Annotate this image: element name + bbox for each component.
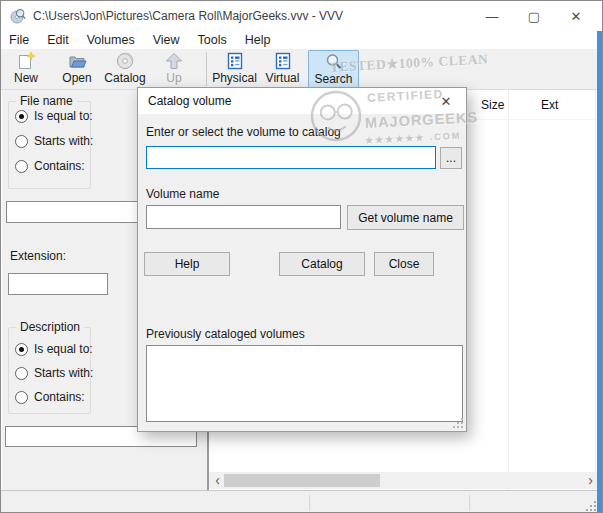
column-header-ext[interactable]: Ext — [541, 98, 558, 112]
dialog-close-action-button[interactable]: Close — [374, 252, 434, 276]
volume-input[interactable] — [146, 146, 436, 169]
virtual-view-icon — [273, 50, 293, 71]
menu-help[interactable]: Help — [236, 33, 280, 47]
filename-radio-equal[interactable]: Is equal to: — [15, 109, 93, 123]
volume-prompt-label: Enter or select the volume to catalog — [146, 125, 341, 139]
up-button[interactable]: Up — [151, 50, 197, 88]
statusbar — [1, 490, 602, 513]
column-header-size[interactable]: Size — [481, 98, 504, 112]
extension-label: Extension: — [10, 249, 66, 263]
filename-radio-starts[interactable]: Starts with: — [15, 134, 93, 148]
app-icon — [10, 8, 26, 24]
get-volume-name-button[interactable]: Get volume name — [347, 205, 464, 230]
open-button-label: Open — [62, 71, 91, 85]
status-separator — [469, 495, 470, 511]
close-button[interactable]: ✕ — [555, 1, 597, 31]
new-document-icon — [16, 50, 36, 71]
radio-icon — [15, 160, 28, 173]
toolbar: New Open Catalog — [1, 49, 602, 90]
minimize-button[interactable]: — — [471, 1, 513, 31]
window-resize-grip[interactable] — [584, 499, 596, 511]
menubar: File Edit Volumes View Tools Help — [1, 31, 602, 49]
description-group-title: Description — [16, 321, 84, 334]
volume-name-label: Volume name — [146, 187, 219, 201]
column-divider[interactable] — [508, 90, 509, 490]
physical-view-icon — [225, 50, 245, 71]
open-button[interactable]: Open — [54, 50, 100, 88]
radio-icon — [15, 367, 28, 380]
menu-view[interactable]: View — [144, 33, 189, 47]
file-name-group-title: File name — [16, 95, 77, 108]
up-arrow-icon — [164, 50, 184, 71]
browse-button[interactable]: ... — [440, 147, 462, 169]
radio-selected-icon — [15, 343, 28, 356]
catalog-button[interactable]: Catalog — [100, 50, 150, 88]
disc-icon — [115, 50, 135, 71]
menu-file[interactable]: File — [9, 33, 38, 47]
extension-input[interactable] — [8, 273, 108, 295]
horizontal-scrollbar[interactable]: ‹ › — [209, 472, 599, 489]
catalog-volume-dialog: Catalog volume ✕ Enter or select the vol… — [137, 87, 467, 432]
menu-volumes[interactable]: Volumes — [78, 33, 144, 47]
menu-edit[interactable]: Edit — [38, 33, 78, 47]
titlebar: C:\Users\Jon\Pictures\Camera Roll\MajorG… — [1, 1, 602, 31]
radio-icon — [15, 391, 28, 404]
maximize-button[interactable]: ▢ — [513, 1, 555, 31]
up-button-label: Up — [166, 71, 181, 85]
new-button[interactable]: New — [3, 50, 49, 88]
physical-button[interactable]: Physical — [210, 50, 259, 88]
radio-selected-icon — [15, 110, 28, 123]
virtual-button-label: Virtual — [266, 71, 300, 85]
search-icon — [324, 51, 344, 72]
status-separator — [309, 495, 310, 511]
open-folder-icon — [67, 50, 87, 71]
virtual-button[interactable]: Virtual — [260, 50, 305, 88]
window-controls: — ▢ ✕ — [471, 1, 597, 31]
help-button[interactable]: Help — [144, 252, 230, 276]
search-button-label: Search — [314, 72, 352, 86]
dialog-close-button[interactable]: ✕ — [432, 88, 460, 114]
new-button-label: New — [14, 71, 38, 85]
window-accent-border — [597, 31, 602, 513]
window-title: C:\Users\Jon\Pictures\Camera Roll\MajorG… — [33, 9, 343, 23]
dialog-catalog-button[interactable]: Catalog — [279, 252, 365, 276]
description-radio-equal[interactable]: Is equal to: — [15, 342, 93, 356]
filename-radio-contains[interactable]: Contains: — [15, 159, 85, 173]
column-divider[interactable] — [595, 90, 596, 490]
description-radio-contains[interactable]: Contains: — [15, 390, 85, 404]
dialog-resize-grip[interactable] — [452, 417, 463, 428]
previously-cataloged-label: Previously cataloged volumes — [146, 327, 305, 341]
previously-cataloged-listbox[interactable] — [146, 345, 463, 422]
description-radio-starts[interactable]: Starts with: — [15, 366, 93, 380]
catalog-button-label: Catalog — [104, 71, 145, 85]
scrollbar-thumb[interactable] — [224, 474, 380, 487]
dialog-titlebar: Catalog volume — [138, 88, 466, 114]
toolbar-separator — [206, 52, 207, 86]
main-window: C:\Users\Jon\Pictures\Camera Roll\MajorG… — [0, 0, 603, 513]
dialog-title: Catalog volume — [148, 94, 231, 108]
radio-icon — [15, 135, 28, 148]
menu-tools[interactable]: Tools — [189, 33, 236, 47]
physical-button-label: Physical — [212, 71, 257, 85]
volume-name-input[interactable] — [146, 205, 341, 229]
search-button[interactable]: Search — [308, 50, 359, 88]
